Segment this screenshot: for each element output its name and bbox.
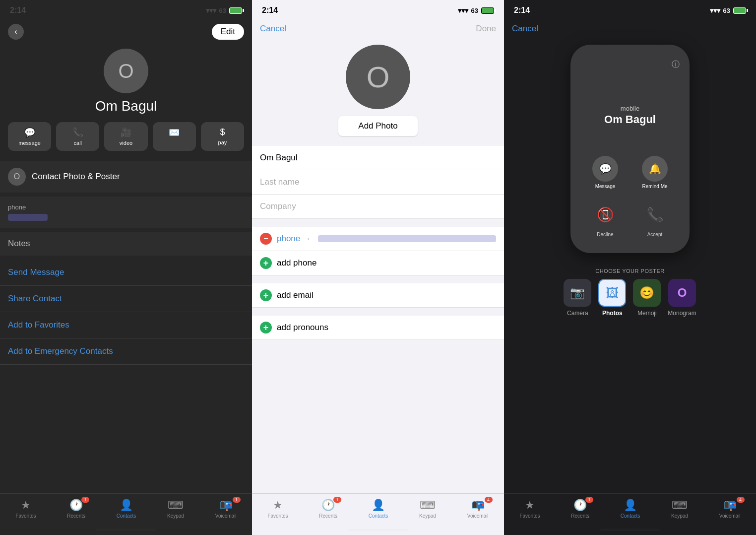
poster-monogram[interactable]: O Monogram <box>668 279 696 317</box>
time-3: 2:14 <box>514 6 530 15</box>
time-2: 2:14 <box>262 6 278 15</box>
tab-voicemail-3[interactable]: 📭 Voicemail 4 <box>719 499 741 519</box>
last-name-field[interactable]: Last name <box>252 170 504 195</box>
favorites-label-3: Favorites <box>519 513 540 519</box>
contacts-label-2: Contacts <box>369 513 388 519</box>
tab-bar-2: ★ Favorites 🕐 Recents 1 👤 Contacts ⌨ Key… <box>252 493 504 535</box>
main-call-buttons: 📵 Decline 📞 Accept <box>580 199 680 237</box>
status-bar-3: 2:14 ▾▾▾ 63 <box>504 0 756 19</box>
contacts-icon-1: 👤 <box>120 499 133 512</box>
poster-camera[interactable]: 📷 Camera <box>564 279 591 317</box>
add-email-button[interactable]: + <box>260 289 272 301</box>
phone-section: phone <box>0 197 252 228</box>
edit-button[interactable]: Edit <box>212 24 244 40</box>
phone-number-blurred <box>318 235 496 242</box>
add-email-row[interactable]: + add email <box>252 283 504 308</box>
battery-label-2: 63 <box>471 7 478 14</box>
add-to-emergency-link[interactable]: Add to Emergency Contacts <box>0 338 252 365</box>
call-preview-card: ⓘ mobile Om Bagul 💬 Message 🔔 Remind Me <box>570 45 690 253</box>
tab-contacts-3[interactable]: 👤 Contacts <box>621 499 640 519</box>
tab-recents-2[interactable]: 🕐 Recents 1 <box>319 499 337 519</box>
edit-header: Cancel Done <box>252 19 504 37</box>
tab-keypad-3[interactable]: ⌨ Keypad <box>671 499 688 519</box>
memoji-icon: 😊 <box>639 286 654 300</box>
contacts-icon-3: 👤 <box>624 499 637 512</box>
remove-phone-button[interactable]: − <box>260 233 272 245</box>
voicemail-badge-2: 4 <box>485 497 493 503</box>
tab-favorites-1[interactable]: ★ Favorites <box>15 499 36 519</box>
tab-bar-3: ★ Favorites 🕐 Recents 1 👤 Contacts ⌨ Key… <box>504 493 756 535</box>
voicemail-badge-3: 4 <box>737 497 745 503</box>
add-to-favorites-link[interactable]: Add to Favorites <box>0 312 252 338</box>
add-phone-button[interactable]: + <box>260 257 272 269</box>
back-button[interactable]: ‹ <box>8 24 24 40</box>
monogram-label: Monogram <box>668 310 696 317</box>
edit-form: Om Bagul Last name Company <box>252 146 504 219</box>
accept-button[interactable]: 📞 Accept <box>639 199 670 237</box>
video-button[interactable]: 🎥 video <box>104 122 147 151</box>
message-button[interactable]: 💬 message <box>8 122 51 151</box>
tab-contacts-1[interactable]: 👤 Contacts <box>117 499 136 519</box>
info-icon: ⓘ <box>672 60 680 70</box>
secondary-call-actions: 💬 Message 🔔 Remind Me <box>580 156 680 189</box>
keypad-label-2: Keypad <box>419 513 436 519</box>
poster-memoji[interactable]: 😊 Memoji <box>633 279 661 317</box>
call-label: call <box>74 140 82 146</box>
send-message-link[interactable]: Send Message <box>0 260 252 286</box>
recents-icon-1: 🕐 <box>69 499 83 512</box>
battery-icon-2 <box>481 7 494 14</box>
voicemail-icon-3: 📭 <box>723 499 737 512</box>
tab-bar-1: ★ Favorites 🕐 Recents 1 👤 Contacts ⌨ Key… <box>0 493 252 535</box>
add-photo-button[interactable]: Add Photo <box>338 116 417 136</box>
panel-2: 2:14 ▾▾▾ 63 Cancel Done O Add Photo Om B… <box>252 0 504 535</box>
memoji-thumb: 😊 <box>633 279 661 307</box>
company-field[interactable]: Company <box>252 195 504 219</box>
tab-voicemail-1[interactable]: 📭 Voicemail 1 <box>215 499 237 519</box>
action-buttons-1: 💬 message 📞 call 🎥 video ✉️ $ pay <box>0 122 252 151</box>
recents-icon-3: 🕐 <box>573 499 587 512</box>
poster-options: 📷 Camera 🖼 Photos 😊 Memoji O Monogram <box>504 279 756 317</box>
tab-voicemail-2[interactable]: 📭 Voicemail 4 <box>467 499 489 519</box>
phone-value-blurred <box>8 214 48 221</box>
photos-icon: 🖼 <box>606 285 619 301</box>
tab-keypad-1[interactable]: ⌨ Keypad <box>167 499 184 519</box>
panel-1: 2:14 ▾▾▾ 63 ‹ Edit O Om Bagul 💬 message … <box>0 0 252 535</box>
recents-label-1: Recents <box>67 513 85 519</box>
status-bar-2: 2:14 ▾▾▾ 63 <box>252 0 504 19</box>
tab-favorites-2[interactable]: ★ Favorites <box>267 499 288 519</box>
add-phone-label: add phone <box>277 258 316 268</box>
voicemail-label-3: Voicemail <box>719 513 741 519</box>
accept-circle: 📞 <box>639 199 670 230</box>
add-email-label: add email <box>277 290 314 300</box>
recents-badge-1: 1 <box>81 497 89 503</box>
message-label: message <box>18 140 41 146</box>
tab-contacts-2[interactable]: 👤 Contacts <box>369 499 388 519</box>
add-pronouns-button[interactable]: + <box>260 322 272 334</box>
share-contact-link[interactable]: Share Contact <box>0 286 252 312</box>
done-button-2[interactable]: Done <box>476 24 496 34</box>
poster-photos[interactable]: 🖼 Photos <box>598 279 626 317</box>
add-phone-row[interactable]: + add phone <box>252 251 504 275</box>
mail-button[interactable]: ✉️ <box>153 122 196 151</box>
tab-recents-3[interactable]: 🕐 Recents 1 <box>571 499 589 519</box>
monogram-thumb: O <box>668 279 696 307</box>
tab-favorites-3[interactable]: ★ Favorites <box>519 499 540 519</box>
tab-recents-1[interactable]: 🕐 Recents 1 <box>67 499 85 519</box>
message-action[interactable]: 💬 Message <box>592 156 618 189</box>
call-button[interactable]: 📞 call <box>56 122 99 151</box>
add-pronouns-row[interactable]: + add pronouns <box>252 316 504 340</box>
voicemail-icon-1: 📭 <box>219 499 233 512</box>
decline-button[interactable]: 📵 Decline <box>590 199 621 237</box>
contacts-label-1: Contacts <box>117 513 136 519</box>
pay-button[interactable]: $ pay <box>201 122 244 151</box>
contact-photo-poster-row[interactable]: O Contact Photo & Poster <box>0 161 252 193</box>
recents-badge-3: 1 <box>585 497 593 503</box>
remind-action-label: Remind Me <box>642 184 667 189</box>
tab-keypad-2[interactable]: ⌨ Keypad <box>419 499 436 519</box>
caller-name: Om Bagul <box>580 113 680 126</box>
cancel-button-2[interactable]: Cancel <box>260 24 286 34</box>
contacts-label-3: Contacts <box>621 513 640 519</box>
first-name-field[interactable]: Om Bagul <box>252 146 504 170</box>
remind-action[interactable]: 🔔 Remind Me <box>642 156 668 189</box>
cancel-button-3[interactable]: Cancel <box>512 24 538 34</box>
